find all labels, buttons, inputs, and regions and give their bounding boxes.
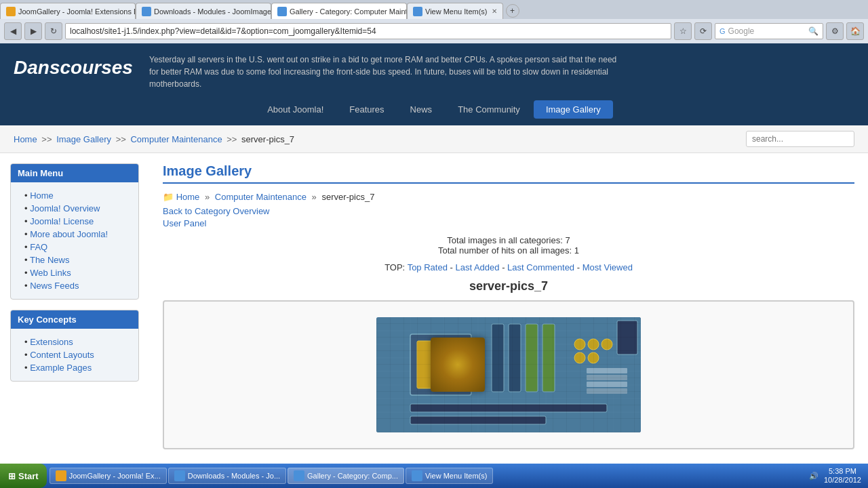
tab-joomgallery[interactable]: JoomGallery - Joomla! Extensions Directo… — [0, 3, 136, 19]
gallery-frame: CPU — [163, 300, 854, 449]
svg-rect-20 — [526, 324, 538, 392]
breadcrumb-computer-maintenance[interactable]: Computer Maintenance — [130, 134, 222, 144]
svg-rect-15 — [410, 334, 471, 395]
sidebar-item-more[interactable]: More about Joomla! — [24, 229, 132, 239]
sidebar-link-license[interactable]: Joomla! License — [30, 216, 94, 226]
search-input[interactable] — [746, 131, 854, 147]
reload-button[interactable]: ⟳ — [694, 22, 712, 40]
forward-button[interactable]: ▶ — [24, 22, 42, 40]
sidebar-link-newsfeeds[interactable]: News Feeds — [30, 281, 79, 291]
svg-rect-23 — [410, 416, 546, 424]
clock-time: 5:38 PM — [824, 467, 861, 476]
sidebar-link-faq[interactable]: FAQ — [30, 242, 47, 252]
taskbar-clock: 5:38 PM 10/28/2012 — [824, 467, 861, 485]
sidebar-link-more[interactable]: More about Joomla! — [30, 229, 108, 239]
sidebar-link-example-pages[interactable]: Example Pages — [30, 363, 92, 373]
taskbar-label-1: Downloads - Modules - Jo... — [188, 472, 280, 480]
taskbar-item-2[interactable]: Gallery - Category: Comp... — [288, 468, 404, 484]
sidebar: Main Menu Home Joomla! Overview Joomla! … — [0, 153, 149, 488]
sidebar-key-concepts: Key Concepts Extensions Content Layouts … — [10, 310, 139, 382]
tab-label-joomgallery: JoomGallery - Joomla! Extensions Directo… — [18, 7, 136, 16]
google-icon: G — [719, 27, 726, 35]
breadcrumb-home[interactable]: Home — [14, 134, 37, 144]
sidebar-link-content-layouts[interactable]: Content Layouts — [30, 350, 94, 360]
sidebar-main-menu-list: Home Joomla! Overview Joomla! License Mo… — [11, 182, 138, 299]
tab-close-viewmenu[interactable]: ✕ — [492, 7, 497, 15]
sidebar-item-content-layouts[interactable]: Content Layouts — [24, 350, 132, 360]
svg-text:CPU: CPU — [433, 362, 448, 369]
site-logo[interactable]: Danscourses — [14, 54, 149, 79]
svg-point-28 — [588, 352, 599, 363]
gallery-breadcrumb: 📁 Home » Computer Maintenance » server-p… — [163, 192, 854, 202]
user-panel-link[interactable]: User Panel — [163, 218, 854, 228]
last-commented-link[interactable]: Last Commented — [507, 262, 574, 272]
start-button[interactable]: ⊞ Start — [0, 464, 47, 488]
gallery-title: server-pics_7 — [163, 279, 854, 293]
taskbar-item-0[interactable]: JoomGallery - Joomla! Ex... — [50, 468, 167, 484]
browser-tabs: JoomGallery - Joomla! Extensions Directo… — [0, 0, 868, 19]
nav-features[interactable]: Features — [337, 100, 396, 119]
volume-icon[interactable]: 🔊 — [809, 472, 818, 481]
nav-about-joomla[interactable]: About Joomla! — [255, 100, 336, 119]
search-go-icon[interactable]: 🔍 — [808, 26, 818, 36]
sidebar-link-extensions[interactable]: Extensions — [30, 337, 73, 347]
sidebar-item-faq[interactable]: FAQ — [24, 242, 132, 252]
svg-rect-21 — [542, 324, 555, 392]
sidebar-link-weblinks[interactable]: Web Links — [30, 268, 71, 278]
svg-point-24 — [574, 339, 585, 350]
tools-button[interactable]: ⚙ — [826, 22, 844, 40]
taskbar-label-2: Gallery - Category: Comp... — [307, 472, 398, 480]
breadcrumb-image-gallery[interactable]: Image Gallery — [56, 134, 111, 144]
sidebar-item-example-pages[interactable]: Example Pages — [24, 363, 132, 373]
nav-community[interactable]: The Community — [446, 100, 532, 119]
svg-point-26 — [601, 339, 612, 350]
taskbar-label-0: JoomGallery - Joomla! Ex... — [69, 472, 161, 480]
svg-rect-18 — [492, 324, 504, 392]
page-wrapper: Danscourses Yesterday all servers in the… — [0, 43, 868, 488]
bookmark-button[interactable]: ☆ — [674, 22, 692, 40]
svg-point-27 — [574, 352, 585, 363]
nav-image-gallery[interactable]: Image Gallery — [534, 100, 613, 119]
gallery-breadcrumb-current: server-pics_7 — [321, 192, 374, 202]
gallery-breadcrumb-category[interactable]: Computer Maintenance — [215, 192, 307, 202]
back-button[interactable]: ◀ — [4, 22, 22, 40]
sidebar-link-news[interactable]: The News — [30, 255, 70, 265]
nav-news[interactable]: News — [398, 100, 445, 119]
tab-gallery[interactable]: Gallery - Category: Computer Maintena...… — [271, 3, 407, 19]
most-viewed-link[interactable]: Most Viewed — [583, 262, 633, 272]
svg-rect-33 — [617, 321, 637, 354]
tab-icon-viewmenu — [413, 7, 422, 16]
taskbar-label-3: View Menu Item(s) — [425, 472, 488, 480]
sidebar-key-concepts-title: Key Concepts — [11, 310, 138, 329]
new-tab-button[interactable]: + — [506, 4, 519, 18]
sidebar-item-home[interactable]: Home — [24, 190, 132, 201]
home-browser-button[interactable]: 🏠 — [846, 22, 864, 40]
breadcrumb-bar: Home >> Image Gallery >> Computer Mainte… — [0, 125, 868, 153]
last-added-link[interactable]: Last Added — [455, 262, 499, 272]
back-to-category-link[interactable]: Back to Category Overview — [163, 206, 854, 216]
sidebar-item-weblinks[interactable]: Web Links — [24, 268, 132, 278]
tab-downloads[interactable]: Downloads - Modules - JoomImages ✕ — [136, 3, 271, 19]
browser-search-bar[interactable]: G Google 🔍 — [715, 23, 823, 39]
page-title: Image Gallery — [163, 163, 854, 184]
tab-icon-downloads — [142, 7, 151, 16]
sidebar-item-extensions[interactable]: Extensions — [24, 337, 132, 347]
sidebar-item-newsfeeds[interactable]: News Feeds — [24, 281, 132, 291]
tab-viewmenu[interactable]: View Menu Item(s) ✕ — [407, 3, 503, 19]
svg-rect-30 — [587, 375, 627, 380]
sidebar-item-news[interactable]: The News — [24, 255, 132, 265]
sidebar-item-license[interactable]: Joomla! License — [24, 216, 132, 226]
sidebar-link-home[interactable]: Home — [30, 190, 54, 201]
taskbar-item-1[interactable]: Downloads - Modules - Jo... — [168, 468, 286, 484]
top-rated-link[interactable]: Top Rated — [408, 262, 448, 272]
refresh-button[interactable]: ↻ — [45, 22, 62, 40]
total-images-label: Total images in all categories: — [447, 235, 563, 245]
taskbar-item-3[interactable]: View Menu Item(s) — [406, 468, 494, 484]
sidebar-item-overview[interactable]: Joomla! Overview — [24, 203, 132, 214]
gallery-breadcrumb-home[interactable]: Home — [176, 192, 200, 202]
taskbar-icon-0 — [56, 470, 66, 481]
sep2: - — [502, 262, 507, 272]
sidebar-link-overview[interactable]: Joomla! Overview — [30, 203, 100, 214]
taskbar-right: 🔊 5:38 PM 10/28/2012 — [802, 467, 868, 485]
address-bar[interactable]: localhost/site1-j1.5/index.php?view=deta… — [65, 23, 671, 39]
